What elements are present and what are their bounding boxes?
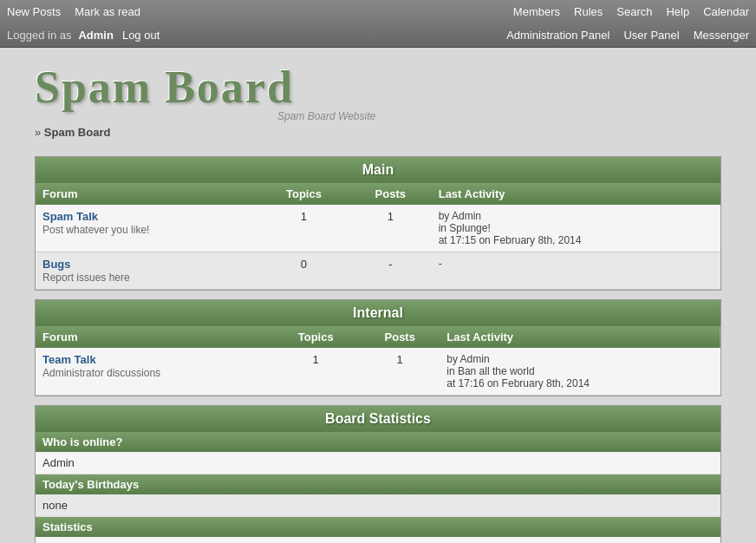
- forum-name-cell: Spam Talk Post whatever you like!: [36, 205, 258, 252]
- main-section-header: Main: [36, 157, 720, 183]
- logo-area: Spam Board Spam Board Website » Spam Boa…: [0, 48, 756, 147]
- nav-right: Members Rules Search Help Calendar Admin…: [486, 0, 756, 47]
- breadcrumb-prefix: »: [35, 126, 41, 139]
- birthdays-data: none: [36, 494, 720, 517]
- board-statistics-section: Board Statistics Who is online? Admin To…: [35, 405, 721, 543]
- forum-name-cell: Bugs Report issues here: [36, 252, 258, 290]
- internal-section-header: Internal: [36, 300, 720, 326]
- nav-right-row2: Administration Panel User Panel Messenge…: [486, 23, 756, 47]
- internal-forum-table: Forum Topics Posts Last Activity Team Ta…: [36, 326, 720, 396]
- main-wrapper: Spam Board Spam Board Website » Spam Boa…: [0, 48, 756, 543]
- forum-topics: 0: [258, 252, 349, 290]
- forum-desc: Post whatever you like!: [42, 224, 149, 236]
- table-row: Team Talk Administrator discussions 1 1 …: [36, 348, 720, 396]
- messenger-link[interactable]: Messenger: [694, 29, 749, 42]
- forum-last-activity: -: [432, 252, 720, 290]
- statistics-data: Spam Board currently has 1 members.The n…: [36, 537, 720, 543]
- col-posts-int: Posts: [360, 326, 440, 348]
- col-last-activity-int: Last Activity: [440, 326, 720, 348]
- breadcrumb-link[interactable]: Spam Board: [44, 126, 111, 139]
- col-forum-int: Forum: [36, 326, 271, 348]
- forum-last-activity: by Adminin Splunge!at 17:15 on February …: [432, 205, 720, 252]
- admin-username-link[interactable]: Admin: [78, 29, 113, 42]
- nav-left-row2: Logged in as Admin Log out: [0, 23, 180, 47]
- birthdays-header: Today's Birthdays: [36, 474, 720, 494]
- forum-topics: 1: [258, 205, 349, 252]
- col-topics: Topics: [258, 183, 349, 205]
- table-row: Spam Talk Post whatever you like! 1 1 by…: [36, 205, 720, 252]
- nav-left-row1: New Posts Mark as read: [0, 0, 180, 23]
- logo-title: Spam Board: [35, 65, 399, 110]
- forum-posts: 1: [360, 348, 440, 396]
- mark-as-read-link[interactable]: Mark as read: [75, 5, 140, 18]
- nav-right-row1: Members Rules Search Help Calendar: [486, 0, 756, 23]
- forum-desc: Report issues here: [42, 272, 130, 284]
- forum-name-link[interactable]: Team Talk: [42, 353, 96, 366]
- forum-name-link[interactable]: Bugs: [42, 258, 71, 271]
- forum-name-link[interactable]: Spam Talk: [42, 210, 98, 223]
- stats-header: Board Statistics: [36, 406, 720, 432]
- help-link[interactable]: Help: [666, 5, 689, 18]
- main-table-header-row: Forum Topics Posts Last Activity: [36, 183, 720, 205]
- forum-name-cell: Team Talk Administrator discussions: [36, 348, 271, 396]
- statistics-header: Statistics: [36, 517, 720, 537]
- table-row: Bugs Report issues here 0 - -: [36, 252, 720, 290]
- nav-left: New Posts Mark as read Logged in as Admi…: [0, 0, 180, 47]
- logout-link[interactable]: Log out: [122, 29, 160, 42]
- col-topics-int: Topics: [271, 326, 360, 348]
- members-link[interactable]: Members: [513, 5, 560, 18]
- main-forum-section: Main Forum Topics Posts Last Activity Sp…: [35, 156, 721, 291]
- internal-forum-section: Internal Forum Topics Posts Last Activit…: [35, 299, 721, 396]
- main-forum-table: Forum Topics Posts Last Activity Spam Ta…: [36, 183, 720, 290]
- forum-posts: -: [349, 252, 432, 290]
- internal-table-header-row: Forum Topics Posts Last Activity: [36, 326, 720, 348]
- breadcrumb: » Spam Board: [35, 126, 110, 139]
- new-posts-link[interactable]: New Posts: [7, 5, 61, 18]
- col-last-activity: Last Activity: [432, 183, 720, 205]
- forum-last-activity: by Adminin Ban all the worldat 17:16 on …: [440, 348, 720, 396]
- admin-panel-link[interactable]: Administration Panel: [506, 29, 609, 42]
- forum-posts: 1: [349, 205, 432, 252]
- forum-topics: 1: [271, 348, 360, 396]
- col-forum: Forum: [36, 183, 258, 205]
- col-posts: Posts: [349, 183, 432, 205]
- forum-desc: Administrator discussions: [42, 367, 160, 379]
- search-link[interactable]: Search: [616, 5, 652, 18]
- logged-in-text: Logged in as: [7, 29, 71, 42]
- top-navigation: New Posts Mark as read Logged in as Admi…: [0, 0, 756, 48]
- online-users: Admin: [36, 452, 720, 474]
- online-header: Who is online?: [36, 432, 720, 452]
- calendar-link[interactable]: Calendar: [703, 5, 749, 18]
- logo-subtitle: Spam Board Website: [277, 110, 399, 122]
- rules-link[interactable]: Rules: [574, 5, 603, 18]
- user-panel-link[interactable]: User Panel: [623, 29, 679, 42]
